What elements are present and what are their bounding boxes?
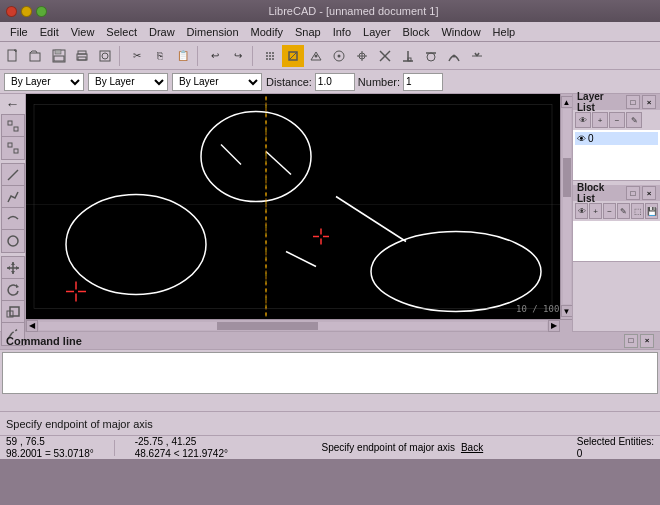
circle-tool[interactable] (2, 230, 24, 252)
window-controls[interactable] (6, 6, 47, 17)
block-add-btn[interactable]: + (589, 203, 602, 219)
linetype-select[interactable]: By Layer (172, 73, 262, 91)
vscroll-up[interactable]: ▲ (561, 96, 573, 108)
paste-button[interactable]: 📋 (172, 45, 194, 67)
snap-perpendicular-button[interactable] (397, 45, 419, 67)
vscroll-down[interactable]: ▼ (561, 305, 573, 317)
block-visibility-btn[interactable]: 👁 (575, 203, 588, 219)
block-panel-close[interactable]: × (642, 186, 656, 200)
command-dock-icon[interactable]: □ (624, 334, 638, 348)
close-button[interactable] (6, 6, 17, 17)
menu-help[interactable]: Help (487, 25, 522, 39)
svg-point-13 (272, 52, 274, 54)
command-textarea[interactable] (3, 353, 657, 393)
block-insert-btn[interactable]: ⬚ (631, 203, 644, 219)
selected-entities-count: 0 (577, 448, 654, 460)
menu-info[interactable]: Info (327, 25, 357, 39)
menu-layer[interactable]: Layer (357, 25, 397, 39)
snap-tool-1[interactable] (2, 115, 24, 137)
command-close-icon[interactable]: × (640, 334, 654, 348)
menu-select[interactable]: Select (100, 25, 143, 39)
line-tool[interactable] (2, 164, 24, 186)
menu-file[interactable]: File (4, 25, 34, 39)
hscroll-right[interactable]: ▶ (548, 320, 560, 332)
block-delete-btn[interactable]: − (603, 203, 616, 219)
layer-panel-close[interactable]: × (642, 95, 656, 109)
drawing-canvas[interactable]: // Will generate in template (26, 94, 560, 319)
block-save-btn[interactable]: 💾 (645, 203, 658, 219)
layer-panel-icon1[interactable]: □ (626, 95, 640, 109)
coord-bar: 59 , 76.5 98.2001 = 53.0718° -25.75 , 41… (0, 435, 660, 459)
print-button[interactable] (71, 45, 93, 67)
back-link[interactable]: Back (461, 442, 483, 453)
coord1-line2: 98.2001 = 53.0718° (6, 448, 94, 460)
command-input[interactable] (2, 352, 658, 394)
snap-nearest-button[interactable] (443, 45, 465, 67)
arc-tool[interactable] (2, 208, 24, 230)
polyline-tool[interactable] (2, 186, 24, 208)
canvas[interactable]: // Will generate in template (26, 94, 560, 319)
scroll-corner (560, 320, 572, 332)
new-button[interactable] (2, 45, 24, 67)
snap-distance-button[interactable] (466, 45, 488, 67)
coord2-line2: 48.6274 < 121.9742° (135, 448, 228, 460)
svg-rect-59 (26, 97, 560, 317)
snap-intersection-button[interactable] (374, 45, 396, 67)
menu-view[interactable]: View (65, 25, 101, 39)
layer-delete-btn[interactable]: − (609, 112, 625, 128)
block-panel-icon1[interactable]: □ (626, 186, 640, 200)
scale-tool[interactable] (2, 301, 24, 323)
layer-select[interactable]: By Layer (4, 73, 84, 91)
color-select[interactable]: By Layer (88, 73, 168, 91)
snap-tool-2[interactable] (2, 137, 24, 159)
menu-modify[interactable]: Modify (245, 25, 289, 39)
cut-button[interactable]: ✂ (126, 45, 148, 67)
snap-node-button[interactable] (351, 45, 373, 67)
svg-rect-35 (408, 58, 411, 61)
print-preview-button[interactable] (94, 45, 116, 67)
layer-visibility-btn[interactable]: 👁 (575, 112, 591, 128)
menu-window[interactable]: Window (435, 25, 486, 39)
snap-endpoint-button[interactable] (282, 45, 304, 67)
block-list-header: Block List □ × (573, 185, 660, 201)
number-input[interactable] (403, 73, 443, 91)
open-button[interactable] (25, 45, 47, 67)
hscroll[interactable]: ◀ ▶ (26, 319, 572, 331)
maximize-button[interactable] (36, 6, 47, 17)
menu-edit[interactable]: Edit (34, 25, 65, 39)
save-button[interactable] (48, 45, 70, 67)
menu-snap[interactable]: Snap (289, 25, 327, 39)
command-header: Command line □ × (0, 332, 660, 350)
distance-input[interactable] (315, 73, 355, 91)
snap-tangent-button[interactable] (420, 45, 442, 67)
window-title: LibreCAD - [unnamed document 1] (53, 5, 654, 17)
undo-button[interactable]: ↩ (204, 45, 226, 67)
move-tool[interactable] (2, 257, 24, 279)
draw-tools-group (1, 163, 25, 253)
menu-block[interactable]: Block (397, 25, 436, 39)
redo-button[interactable]: ↪ (227, 45, 249, 67)
toolbar-separator-3 (252, 46, 256, 66)
svg-marker-52 (11, 262, 15, 265)
layer-edit-btn[interactable]: ✎ (626, 112, 642, 128)
menu-draw[interactable]: Draw (143, 25, 181, 39)
svg-point-36 (427, 53, 435, 61)
snap-center-button[interactable] (328, 45, 350, 67)
svg-marker-54 (16, 284, 19, 288)
number-label: Number: (358, 76, 400, 88)
svg-point-14 (266, 55, 268, 57)
arrow-left-btn[interactable]: ← (2, 96, 24, 112)
minimize-button[interactable] (21, 6, 32, 17)
vscroll[interactable]: ▲ ▼ (560, 94, 572, 319)
copy-button[interactable]: ⎘ (149, 45, 171, 67)
svg-text:10 / 100: 10 / 100 (516, 304, 559, 314)
layer-add-btn[interactable]: + (592, 112, 608, 128)
rotate-tool[interactable] (2, 279, 24, 301)
layer-header-icons: □ × (626, 95, 656, 109)
menu-dimension[interactable]: Dimension (181, 25, 245, 39)
snap-grid-button[interactable] (259, 45, 281, 67)
snap-midpoint-button[interactable] (305, 45, 327, 67)
hscroll-left[interactable]: ◀ (26, 320, 38, 332)
block-edit-btn[interactable]: ✎ (617, 203, 630, 219)
specify-middle-text: Specify endpoint of major axis (322, 442, 455, 453)
